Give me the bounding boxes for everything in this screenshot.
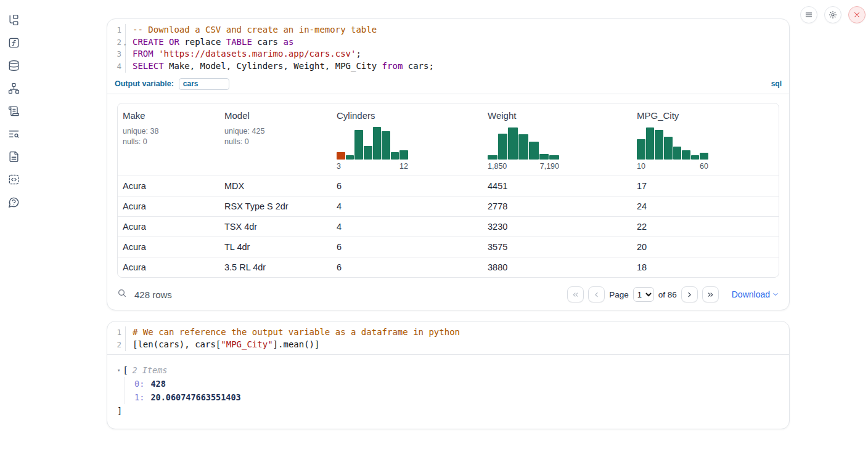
table-row[interactable]: AcuraTL 4dr6357520 <box>118 237 779 257</box>
table-cell[interactable]: Acura <box>118 257 219 277</box>
histogram-bar[interactable] <box>508 127 518 160</box>
table-cell[interactable]: RSX Type S 2dr <box>219 196 332 216</box>
column-header[interactable]: Modelunique: 425nulls: 0 <box>219 103 332 176</box>
histogram-bar[interactable] <box>700 153 708 160</box>
histogram-bar[interactable] <box>518 134 528 160</box>
menu-icon <box>805 10 813 19</box>
table-cell[interactable]: 3575 <box>483 237 632 257</box>
histogram-bar[interactable] <box>391 152 399 160</box>
code-text: SELECT Make, Model, Cylinders, Weight, M… <box>126 60 434 73</box>
histogram-bar[interactable] <box>364 146 372 160</box>
table-cell[interactable]: Acura <box>118 216 219 237</box>
function-icon[interactable] <box>8 37 20 49</box>
histogram-bar[interactable] <box>646 127 655 160</box>
table-cell[interactable]: Acura <box>118 176 219 196</box>
log-search-icon[interactable] <box>8 128 20 140</box>
table-footer: 428 rows Page 1 of 86 <box>107 281 789 310</box>
code-line[interactable]: 2[len(cars), cars["MPG_City"].mean()] <box>107 339 789 351</box>
code-line[interactable]: 2▾CREATE OR replace TABLE cars as <box>107 36 789 49</box>
table-cell[interactable]: 18 <box>632 257 779 277</box>
histogram-bar[interactable] <box>691 155 700 160</box>
download-button[interactable]: Download <box>732 289 779 299</box>
table-cell[interactable]: 4 <box>332 216 483 237</box>
code-line[interactable]: 1-- Download a CSV and create an in-memo… <box>107 24 789 36</box>
help-icon[interactable] <box>8 196 20 208</box>
histogram-bar[interactable] <box>346 155 354 160</box>
line-number: 4 <box>107 60 126 73</box>
histogram-bar[interactable] <box>682 150 690 160</box>
table-cell[interactable]: 24 <box>632 196 779 216</box>
shutdown-button[interactable] <box>848 6 866 23</box>
menu-button[interactable] <box>800 6 817 23</box>
table-cell[interactable]: 3230 <box>483 216 632 237</box>
table-cell[interactable]: 17 <box>632 176 779 196</box>
histogram-bar[interactable] <box>498 134 508 160</box>
first-page-button[interactable] <box>567 286 584 302</box>
file-tree-icon[interactable] <box>8 14 20 26</box>
table-cell[interactable]: 2778 <box>483 196 632 216</box>
column-header[interactable]: Weight1,8507,190 <box>483 103 632 176</box>
document-icon[interactable] <box>8 151 20 163</box>
table-cell[interactable]: Acura <box>118 237 219 257</box>
histogram-bar[interactable] <box>337 152 345 160</box>
histogram-bar[interactable] <box>539 154 549 160</box>
entry-value: 20.060747663551403 <box>145 392 240 402</box>
chevron-right-icon <box>686 291 694 299</box>
output-variable-input[interactable] <box>179 78 229 90</box>
table-cell[interactable]: 20 <box>632 237 779 257</box>
histogram-bar[interactable] <box>399 150 408 160</box>
code-line[interactable]: 4SELECT Make, Model, Cylinders, Weight, … <box>107 60 789 73</box>
settings-button[interactable] <box>824 6 841 23</box>
histogram-bar[interactable] <box>488 155 497 160</box>
table-cell[interactable]: 6 <box>332 257 483 277</box>
column-histogram[interactable]: 1060 <box>637 126 708 171</box>
snippets-icon[interactable] <box>8 174 20 185</box>
table-cell[interactable]: Acura <box>118 196 219 216</box>
histogram-bar[interactable] <box>354 130 363 160</box>
histogram-bar[interactable] <box>529 142 539 160</box>
table-cell[interactable]: 22 <box>632 216 779 237</box>
table-cell[interactable]: 4451 <box>483 176 632 196</box>
code-line[interactable]: 1# We can reference the output variable … <box>107 326 789 339</box>
collapse-caret-icon[interactable]: ▾ <box>117 363 120 377</box>
histogram-bar[interactable] <box>637 139 645 160</box>
table-cell[interactable]: TSX 4dr <box>219 216 332 237</box>
database-icon[interactable] <box>8 60 20 71</box>
table-cell[interactable]: 6 <box>332 176 483 196</box>
table-row[interactable]: AcuraTSX 4dr4323022 <box>118 216 779 237</box>
org-chart-icon[interactable] <box>8 83 20 94</box>
sql-code-editor[interactable]: 1-- Download a CSV and create an in-memo… <box>107 19 789 76</box>
table-cell[interactable]: 6 <box>332 237 483 257</box>
histogram-axis-label: 3 <box>337 162 341 171</box>
next-page-button[interactable] <box>681 286 698 302</box>
scroll-icon[interactable] <box>8 105 20 117</box>
histogram-bar[interactable] <box>382 131 390 160</box>
column-header[interactable]: MPG_City1060 <box>632 103 779 176</box>
histogram-bar[interactable] <box>549 155 559 160</box>
search-icon[interactable] <box>117 288 127 301</box>
last-page-button[interactable] <box>702 286 719 302</box>
column-header[interactable]: Makeunique: 38nulls: 0 <box>118 103 219 176</box>
table-cell[interactable]: 3.5 RL 4dr <box>219 257 332 277</box>
sql-cell: 1-- Download a CSV and create an in-memo… <box>107 18 790 310</box>
table-row[interactable]: AcuraRSX Type S 2dr4277824 <box>118 196 779 216</box>
column-header[interactable]: Cylinders312 <box>332 103 483 176</box>
table-cell[interactable]: TL 4dr <box>219 237 332 257</box>
python-code-editor[interactable]: 1# We can reference the output variable … <box>107 322 789 354</box>
histogram-bar[interactable] <box>673 147 682 160</box>
column-histogram[interactable]: 1,8507,190 <box>488 126 559 171</box>
code-line[interactable]: 3FROM 'https://datasets.marimo.app/cars.… <box>107 48 789 60</box>
histogram-bar[interactable] <box>655 130 663 160</box>
histogram-bar[interactable] <box>664 137 673 160</box>
table-cell[interactable]: MDX <box>219 176 332 196</box>
topbar <box>800 6 866 23</box>
page-select[interactable]: 1 <box>633 287 654 302</box>
histogram-bar[interactable] <box>373 127 382 160</box>
table-cell[interactable]: 4 <box>332 196 483 216</box>
table-row[interactable]: Acura3.5 RL 4dr6388018 <box>118 257 779 277</box>
prev-page-button[interactable] <box>588 286 605 302</box>
column-histogram[interactable]: 312 <box>337 126 408 171</box>
python-cell: 1# We can reference the output variable … <box>107 321 790 429</box>
table-row[interactable]: AcuraMDX6445117 <box>118 176 779 196</box>
table-cell[interactable]: 3880 <box>483 257 632 277</box>
